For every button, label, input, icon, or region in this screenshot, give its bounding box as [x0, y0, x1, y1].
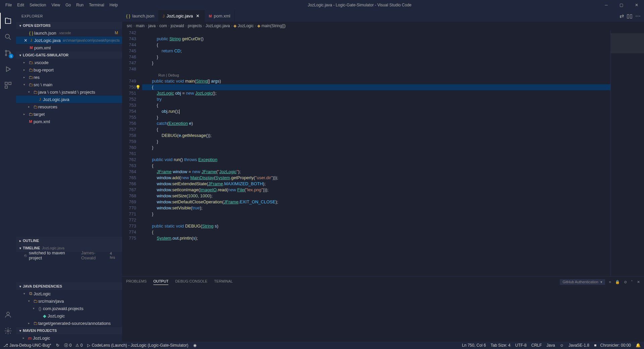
code-line[interactable]: public void run() throws Exception [142, 157, 610, 163]
sb-chronicler[interactable]: ■ Chronicler: 00:00 [594, 343, 631, 348]
sb-feedback[interactable]: ☺ [560, 343, 564, 348]
code-line[interactable]: try [142, 96, 610, 102]
close-icon[interactable]: ✕ [23, 38, 28, 43]
tree-item[interactable]: ▸🗀.vscode [16, 59, 122, 66]
breadcrumb[interactable]: src›main›java›com›jozwald›projects›JozLo… [122, 22, 644, 30]
sb-language[interactable]: Java [546, 343, 555, 348]
code-line[interactable]: } [142, 114, 610, 120]
close-panel-icon[interactable]: ✕ [637, 280, 640, 284]
code-line[interactable]: obj.run(); [142, 108, 610, 114]
code-line[interactable]: window.setVisible(true); [142, 205, 610, 211]
tab-debug-console[interactable]: DEBUG CONSOLE [175, 279, 207, 285]
sb-java-runtime[interactable]: JavaSE-1.8 [569, 343, 589, 348]
tree-item[interactable]: ▸🗀target [16, 110, 122, 118]
menu-edit[interactable]: Edit [14, 0, 27, 10]
code-line[interactable]: DEBUG(e.getMessage()); [142, 133, 610, 139]
tab-problems[interactable]: PROBLEMS [126, 279, 147, 285]
code-line[interactable]: { [142, 127, 610, 133]
explorer-icon[interactable] [0, 13, 16, 29]
dep-tree-item[interactable]: ▾🗀src/main/java [16, 297, 122, 305]
code-line[interactable]: JozLogic obj = new JozLogic(); [142, 90, 610, 96]
code-line[interactable]: System.out.println(s); [142, 235, 610, 241]
search-icon[interactable] [0, 29, 16, 45]
breadcrumb-segment[interactable]: src [127, 23, 132, 28]
editor-tab[interactable]: JJozLogic.java✕ [159, 10, 205, 22]
dep-tree-item[interactable]: ◆JozLogic [16, 312, 122, 319]
tree-item[interactable]: Mpom.xml [16, 118, 122, 125]
menu-go[interactable]: Go [63, 0, 73, 10]
tree-item[interactable]: ▾🗀java \ com \ jozwald \ projects [16, 88, 122, 96]
section-open-editors[interactable]: ▾ OPEN EDITORS [16, 22, 122, 29]
editor-tab[interactable]: Mpom.xml [205, 10, 234, 22]
minimap[interactable] [610, 30, 644, 276]
editor-tab[interactable]: { }launch.json [122, 10, 159, 22]
code-line[interactable]: window.add(new MainDisplay(System.getPro… [142, 175, 610, 181]
sb-live[interactable]: ◉ [193, 343, 197, 348]
dep-tree-item[interactable]: ▸🗀target/generated-sources/annotations [16, 319, 122, 327]
code-line[interactable]: public static void DEBUG(String s) [142, 223, 610, 229]
code-line[interactable]: return CD; [142, 48, 610, 54]
breadcrumb-segment[interactable]: main [136, 23, 145, 28]
extensions-icon[interactable] [0, 77, 16, 93]
code-line[interactable]: public static void main(String[] args) [142, 78, 610, 84]
sb-debug-target[interactable]: ▷CodeLens (Launch) - JozLogic (Logic-Gat… [87, 343, 188, 348]
settings-icon[interactable] [0, 323, 16, 339]
code-line[interactable]: } [142, 60, 610, 66]
code-line[interactable]: } [142, 139, 610, 145]
output-channel-select[interactable]: GitHub Authentication▾ [560, 279, 605, 285]
code-line[interactable]: { [142, 42, 610, 48]
sb-sync[interactable]: ↻ [56, 343, 59, 348]
sb-eol[interactable]: CRLF [531, 343, 542, 348]
sb-errors[interactable]: ⓧ0 ⚠0 [64, 343, 83, 348]
section-java-deps[interactable]: ▾ JAVA DEPENDENCIES [16, 283, 122, 290]
more-icon[interactable]: ⋯ [635, 13, 641, 19]
section-maven[interactable]: ▾ MAVEN PROJECTS [16, 327, 122, 334]
sb-tab-size[interactable]: Tab Size: 4 [491, 343, 511, 348]
code-line[interactable]: window.setExtendedState(JFrame.MAXIMIZED… [142, 181, 610, 187]
timeline-item[interactable]: ⎋ switched to maven project James-Oswald… [16, 252, 122, 259]
menu-terminal[interactable]: Terminal [86, 0, 107, 10]
code-line[interactable]: 💡 { [142, 84, 610, 90]
code-line[interactable]: window.setDefaultCloseOperation(JFrame.E… [142, 199, 610, 205]
tree-item[interactable]: ▸🗀bug-report [16, 66, 122, 73]
tree-item[interactable]: ▾🗀src \ main [16, 81, 122, 88]
section-outline[interactable]: ▸ OUTLINE [16, 237, 122, 244]
code-content[interactable]: public String getCurDir() { return CD; }… [142, 30, 610, 276]
close-icon[interactable]: ✕ [195, 13, 200, 19]
source-control-icon[interactable]: 1 [0, 45, 16, 61]
debug-icon[interactable] [0, 61, 16, 77]
close-button[interactable]: ✕ [629, 0, 644, 10]
code-line[interactable] [142, 151, 610, 157]
open-editor-item[interactable]: Mpom.xml [16, 44, 122, 51]
code-line[interactable]: catch(Exception e) [142, 120, 610, 127]
tab-output[interactable]: OUTPUT [153, 279, 168, 285]
breadcrumb-segment[interactable]: com [159, 23, 167, 28]
sb-bell[interactable]: 🔔 [636, 343, 641, 348]
account-icon[interactable] [0, 307, 16, 323]
open-editor-item[interactable]: { }launch.json.vscodeM [16, 29, 122, 37]
code-line[interactable]: window.setSize(1000, 1000); [142, 193, 610, 199]
breadcrumb-segment[interactable]: jozwald [171, 23, 184, 28]
lock-icon[interactable]: 🔒 [615, 280, 620, 284]
clear-icon[interactable]: ⊘ [624, 280, 627, 284]
menu-file[interactable]: File [3, 0, 14, 10]
maximize-panel-icon[interactable]: ˄ [631, 280, 633, 284]
sb-cursor-pos[interactable]: Ln 750, Col 6 [462, 343, 486, 348]
sb-encoding[interactable]: UTF-8 [515, 343, 527, 348]
menu-run[interactable]: Run [73, 0, 86, 10]
dep-tree-item[interactable]: ▾{}com.jozwald.projects [16, 305, 122, 312]
tree-item[interactable]: ▸🗀resources [16, 103, 122, 110]
code-line[interactable] [142, 217, 610, 223]
compare-icon[interactable]: ⇄ [620, 13, 624, 19]
dep-tree-item[interactable]: ▾⧉JozLogic [16, 290, 122, 297]
code-line[interactable]: { [142, 229, 610, 235]
code-line[interactable]: JFrame window = new JFrame("JozLogic"); [142, 169, 610, 175]
section-project[interactable]: ▾ LOGIC-GATE-SIMULATOR [16, 51, 122, 59]
tree-item[interactable]: JJozLogic.java [16, 96, 122, 103]
tab-terminal[interactable]: TERMINAL [214, 279, 233, 285]
code-line[interactable] [142, 66, 610, 72]
breadcrumb-segment[interactable]: ◆ main(String[]) [257, 23, 285, 28]
breadcrumb-segment[interactable]: ◆ JozLogic [233, 23, 254, 28]
breadcrumb-segment[interactable]: JozLogic.java [206, 23, 230, 28]
code-line[interactable]: { [142, 102, 610, 108]
